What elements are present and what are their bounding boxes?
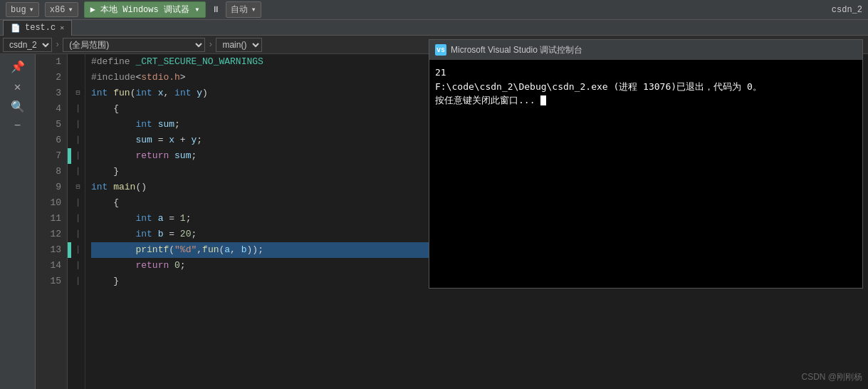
fold-10: │ (71, 195, 85, 211)
tab-test-c[interactable]: 📄 test.c ✕ (3, 20, 72, 36)
auto-selector[interactable]: 自动 ▾ (226, 1, 261, 18)
fold-4: │ (71, 101, 85, 117)
fold-1 (71, 54, 85, 70)
console-output-3: 按任意键关闭此窗口... (435, 93, 857, 108)
console-body: 21 F:\code\csdn_2\Debug\csdn_2.exe (进程 1… (429, 60, 862, 288)
fold-15: │ (71, 274, 85, 289)
minus-icon[interactable]: − (14, 120, 21, 133)
arch-label: x86 (50, 5, 66, 15)
line-num-9: 9 (36, 180, 61, 195)
fold-12: │ (71, 227, 85, 242)
line-num-10: 10 (36, 195, 61, 211)
console-title: Microsoft Visual Studio 调试控制台 (451, 44, 582, 56)
console-cursor (540, 95, 546, 105)
tab-close-button[interactable]: ✕ (60, 24, 64, 32)
breadcrumb-sep1: › (52, 40, 63, 50)
fold-margin: ⊟ │ │ │ │ │ ⊟ │ │ │ │ │ │ (71, 54, 85, 389)
fold-2 (71, 70, 85, 85)
arch-selector[interactable]: x86 ▾ (45, 2, 78, 17)
search-icon[interactable]: 🔍 (11, 100, 25, 114)
line-num-8: 8 (36, 164, 61, 180)
pin-icon[interactable]: 📌 (11, 60, 25, 74)
console-output-2: F:\code\csdn_2\Debug\csdn_2.exe (进程 1307… (435, 80, 857, 94)
debug-dropdown-icon[interactable]: ▾ (29, 4, 34, 15)
console-output-1: 21 (435, 66, 857, 80)
run-dropdown-icon[interactable]: ▾ (194, 5, 199, 15)
scope-dropdown[interactable]: (全局范围) (63, 38, 205, 52)
line-numbers: 1 2 3 4 5 6 7 8 9 10 11 12 13 14 15 (36, 54, 68, 389)
line-num-6: 6 (36, 133, 61, 148)
line-num-7: 7 (36, 148, 61, 164)
line-num-4: 4 (36, 101, 61, 117)
console-window: vs Microsoft Visual Studio 调试控制台 21 F:\c… (429, 39, 863, 289)
auto-dropdown-icon[interactable]: ▾ (251, 4, 256, 15)
fold-7: │ (71, 148, 85, 164)
line-num-2: 2 (36, 70, 61, 85)
line-num-1: 1 (36, 54, 61, 70)
vs-icon: vs (435, 44, 446, 56)
file-icon: 📄 (11, 24, 21, 33)
tab-label: test.c (25, 23, 56, 33)
line-num-14: 14 (36, 258, 61, 274)
fold-9[interactable]: ⊟ (71, 180, 85, 195)
fold-13: │ (71, 242, 85, 258)
line-num-15: 15 (36, 274, 61, 289)
watermark: CSDN @刚刚杨 (801, 371, 862, 383)
toolbar: bug ▾ x86 ▾ ▶ 本地 Windows 调试器 ▾ ⏸ 自动 ▾ cs… (0, 0, 868, 20)
file-dropdown[interactable]: csdn_2 (3, 38, 52, 52)
debug-label: bug (11, 5, 26, 15)
function-dropdown[interactable]: main() (216, 38, 262, 52)
close-sidebar-icon[interactable]: ✕ (14, 80, 21, 94)
line-num-3: 3 (36, 85, 61, 101)
line-num-5: 5 (36, 117, 61, 133)
debug-mode[interactable]: bug ▾ (6, 2, 39, 17)
fold-14: │ (71, 258, 85, 274)
fold-3[interactable]: ⊟ (71, 85, 85, 101)
run-button[interactable]: ▶ 本地 Windows 调试器 ▾ (84, 1, 206, 18)
fold-8: │ (71, 164, 85, 180)
fold-6: │ (71, 133, 85, 148)
breadcrumb-sep2: › (205, 40, 216, 50)
fold-11: │ (71, 211, 85, 227)
pause-icon: ⏸ (211, 4, 220, 15)
line-num-12: 12 (36, 227, 61, 242)
arch-dropdown-icon[interactable]: ▾ (68, 4, 73, 15)
line-num-13: 13 (36, 242, 61, 258)
tab-bar: 📄 test.c ✕ (0, 20, 868, 36)
left-sidebar: 📌 ✕ 🔍 − (0, 54, 36, 389)
console-titlebar: vs Microsoft Visual Studio 调试控制台 (429, 40, 862, 60)
line-num-11: 11 (36, 211, 61, 227)
project-label: csdn_2 (832, 5, 862, 15)
fold-5: │ (71, 117, 85, 133)
